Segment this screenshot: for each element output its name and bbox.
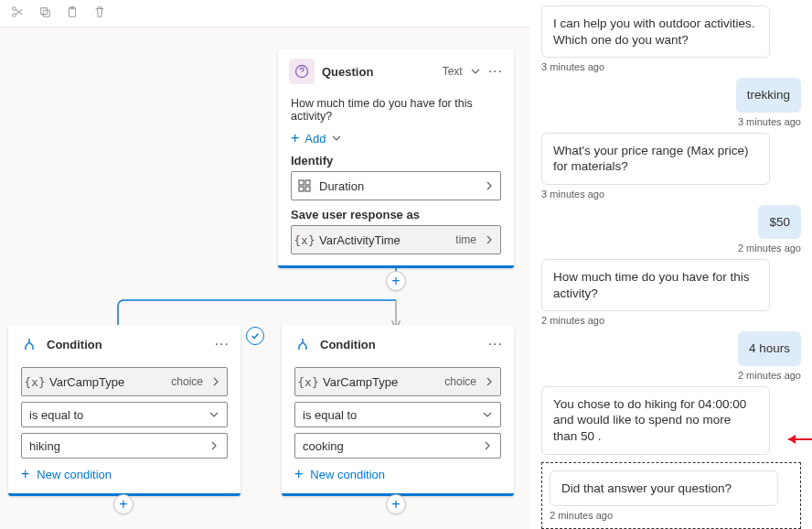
more-icon[interactable]: ··· xyxy=(215,340,230,348)
svg-rect-8 xyxy=(305,180,310,185)
user-message: trekking xyxy=(736,78,801,113)
add-node-button[interactable]: + xyxy=(386,271,406,291)
operator-select[interactable]: is equal to xyxy=(294,402,501,427)
chevron-right-icon xyxy=(482,440,493,451)
paste-icon[interactable] xyxy=(66,5,79,21)
canvas-toolbar xyxy=(0,0,530,27)
svg-rect-10 xyxy=(305,187,310,191)
response-type-label[interactable]: Text xyxy=(443,65,463,78)
user-message: $50 xyxy=(758,205,801,240)
svg-rect-9 xyxy=(299,187,304,191)
user-message: 4 hours xyxy=(738,331,801,366)
new-condition-button[interactable]: + New condition xyxy=(21,466,228,482)
timestamp: 3 minutes ago xyxy=(738,116,801,127)
identify-value: Duration xyxy=(319,179,476,193)
question-icon xyxy=(289,59,315,84)
variable-picker[interactable]: {x} VarActivityTime time xyxy=(291,225,501,254)
timestamp: 3 minutes ago xyxy=(541,61,604,72)
bot-message: Did that answer your question? xyxy=(550,470,778,507)
bot-message: You chose to do hiking for 04:00:00 and … xyxy=(541,386,770,455)
timestamp: 2 minutes ago xyxy=(738,243,801,254)
cut-icon[interactable] xyxy=(11,5,24,21)
variable-name: VarActivityTime xyxy=(319,233,448,247)
plus-icon: + xyxy=(294,466,303,482)
validated-icon xyxy=(246,327,264,345)
add-button[interactable]: + Add xyxy=(291,130,501,146)
variable-name: VarCampType xyxy=(323,375,437,389)
more-icon[interactable]: ··· xyxy=(488,68,503,75)
chevron-down-icon[interactable] xyxy=(470,66,481,77)
identify-picker[interactable]: Duration xyxy=(291,171,501,200)
test-chat-panel: I can help you with outdoor activities. … xyxy=(530,0,812,529)
node-title: Question xyxy=(322,65,435,79)
chevron-down-icon xyxy=(482,409,493,420)
timestamp: 2 minutes ago xyxy=(541,315,604,326)
variable-picker[interactable]: {x} VarCampType choice xyxy=(21,367,228,396)
identify-label: Identify xyxy=(291,154,501,167)
chevron-right-icon xyxy=(208,440,219,451)
condition-node[interactable]: Condition ··· {x} VarCampType choice is … xyxy=(8,325,240,496)
condition-node[interactable]: Condition ··· {x} VarCampType choice is … xyxy=(282,325,514,496)
svg-point-1 xyxy=(13,7,16,11)
svg-rect-2 xyxy=(41,8,48,15)
add-node-button[interactable]: + xyxy=(113,494,134,514)
timestamp: 3 minutes ago xyxy=(541,189,604,200)
authoring-canvas[interactable]: Question Text ··· How much time do you h… xyxy=(0,0,530,529)
chevron-right-icon xyxy=(484,376,495,387)
chevron-right-icon xyxy=(484,234,495,245)
copy-icon[interactable] xyxy=(38,5,51,21)
chevron-down-icon xyxy=(331,133,342,144)
branch-icon xyxy=(293,334,313,354)
variable-icon: {x} xyxy=(297,232,312,247)
svg-rect-7 xyxy=(299,180,304,185)
bot-message: What's your price range (Max price) for … xyxy=(541,133,770,185)
branch-icon xyxy=(19,334,39,354)
variable-type: choice xyxy=(171,375,203,388)
variable-type: time xyxy=(455,233,476,246)
value-picker[interactable]: hiking xyxy=(21,433,228,459)
value-picker[interactable]: cooking xyxy=(294,433,501,459)
timestamp: 2 minutes ago xyxy=(550,510,793,521)
plus-icon: + xyxy=(21,466,29,482)
plus-icon: + xyxy=(291,130,299,146)
question-prompt[interactable]: How much time do you have for this activ… xyxy=(291,97,501,123)
entity-icon xyxy=(297,178,312,193)
variable-icon: {x} xyxy=(301,374,315,389)
variable-picker[interactable]: {x} VarCampType choice xyxy=(294,367,501,396)
followup-section: Did that answer your question? 2 minutes… xyxy=(541,462,801,529)
node-title: Condition xyxy=(320,338,481,351)
variable-type: choice xyxy=(444,375,476,388)
svg-point-0 xyxy=(13,14,16,17)
variable-icon: {x} xyxy=(27,374,42,389)
question-node[interactable]: Question Text ··· How much time do you h… xyxy=(278,49,514,268)
save-response-label: Save user response as xyxy=(291,208,501,221)
chevron-right-icon xyxy=(210,376,221,387)
variable-name: VarCampType xyxy=(49,375,164,389)
delete-icon[interactable] xyxy=(93,5,106,21)
more-icon[interactable]: ··· xyxy=(488,340,503,348)
timestamp: 2 minutes ago xyxy=(738,370,801,381)
svg-rect-3 xyxy=(43,10,49,16)
new-condition-button[interactable]: + New condition xyxy=(294,466,501,482)
node-title: Condition xyxy=(47,338,208,351)
chevron-right-icon xyxy=(484,180,495,191)
operator-select[interactable]: is equal to xyxy=(21,402,228,427)
bot-message: I can help you with outdoor activities. … xyxy=(541,5,770,58)
bot-message: How much time do you have for this activ… xyxy=(541,259,770,311)
add-node-button[interactable]: + xyxy=(386,494,406,514)
chevron-down-icon xyxy=(208,409,219,420)
